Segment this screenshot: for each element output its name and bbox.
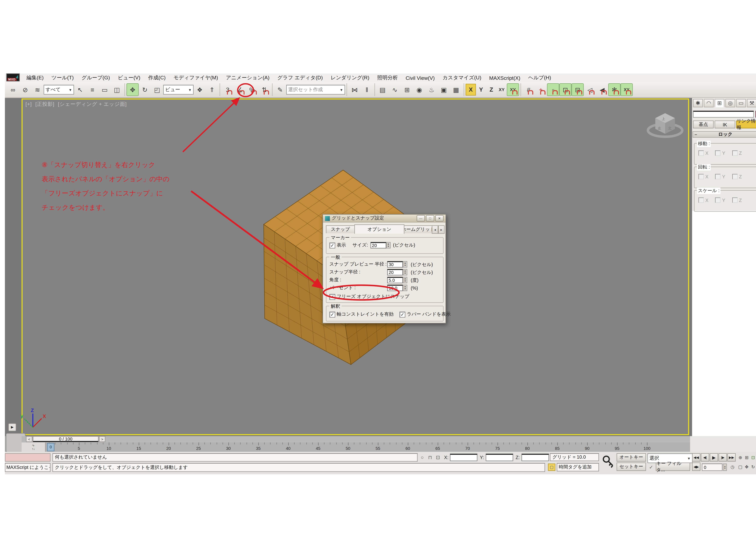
menu-edit[interactable]: 編集(E) — [23, 73, 47, 82]
previous-frame-button[interactable]: ◀| — [701, 453, 709, 461]
snap-toggle-3d-button[interactable]: 3 — [222, 83, 234, 96]
pan-icon[interactable]: ✥ — [744, 464, 750, 470]
reference-coordinate-system-dropdown[interactable]: ビュー▼ — [163, 85, 194, 95]
layer-manager-button[interactable]: ▤ — [377, 83, 389, 96]
tab-options[interactable]: オプション — [355, 225, 404, 234]
next-frame-button[interactable]: |▶ — [718, 453, 727, 461]
maximize-button[interactable]: □ — [426, 215, 434, 222]
x-coord-field[interactable] — [450, 454, 477, 461]
menu-modifiers[interactable]: モディファイヤ(M) — [170, 73, 222, 82]
track-bar[interactable]: ∿ ↑↓ 05101520253035404550556065707580859… — [22, 442, 690, 452]
tab-hierarchy[interactable]: ⊞ — [715, 99, 724, 107]
go-to-end-button[interactable]: ▶▶ — [727, 453, 736, 461]
key-filters-button[interactable]: キー フィルタ... — [656, 462, 690, 471]
select-by-name-button[interactable]: ≡ — [86, 83, 99, 96]
dialog-title-bar[interactable]: グリッドとスナップ設定 — □ ✕ — [323, 215, 445, 223]
select-and-manipulate-button[interactable]: ⇑ — [206, 83, 218, 96]
menu-tools[interactable]: ツール(T) — [47, 73, 78, 82]
snap-radius-spinner[interactable]: 20▲▼ — [387, 269, 407, 275]
tab-create[interactable]: ✱ — [693, 99, 703, 107]
go-to-start-button[interactable]: ◀◀ — [692, 453, 700, 461]
zoom-extents-icon[interactable]: ⊡ — [750, 454, 756, 461]
grid-point-snap-toggle[interactable]: # — [522, 83, 535, 96]
tab-motion[interactable]: ◎ — [725, 99, 735, 107]
lock-selection-toggle[interactable]: ▢ — [548, 464, 555, 471]
snap-to-frozen-objects-checkbox[interactable]: ✓フリーズ オブジェクトにスナップ — [329, 293, 409, 300]
trackbar-frame-handle[interactable]: 0 — [47, 443, 54, 451]
lock-scale-y-checkbox[interactable]: Y — [715, 198, 725, 203]
maxscript-mini-listener[interactable]: MAXScript にようこそ — [5, 463, 50, 472]
zoom-all-icon[interactable]: ⊞ — [744, 454, 750, 461]
select-and-rotate-button[interactable]: ↻ — [139, 83, 151, 96]
restrict-to-z-button[interactable]: Z — [486, 84, 496, 96]
restrict-to-x-button[interactable]: X — [466, 84, 476, 96]
snap-preview-radius-spinner[interactable]: 30▲▼ — [387, 261, 407, 268]
current-frame-field[interactable]: 0 — [702, 464, 722, 471]
vertex-snap-toggle[interactable]: ▫ — [547, 83, 559, 96]
rendered-frame-window-button[interactable]: ▣ — [438, 83, 450, 96]
menu-animation[interactable]: アニメーション(A) — [222, 73, 273, 82]
enable-axis-constraints-checkbox[interactable]: ✓軸コンストレイントを有効 — [329, 311, 393, 317]
frozen-object-snap-toggle[interactable]: ✻ — [608, 83, 620, 96]
schematic-view-button[interactable]: ⊞ — [401, 83, 413, 96]
viewport-shading-label[interactable]: [シェーディング + エッジ面] — [58, 101, 127, 107]
menu-help[interactable]: ヘルプ(H) — [524, 73, 555, 82]
tab-utilities[interactable]: ⚒ — [747, 99, 756, 107]
time-slider-next-button[interactable]: > — [99, 436, 105, 442]
close-button[interactable]: ✕ — [435, 215, 443, 222]
snaps-use-axis-constraints-toggle[interactable]: XY — [507, 83, 519, 96]
marker-display-checkbox[interactable]: ✓表示 — [329, 242, 346, 249]
align-button[interactable]: ‖ — [361, 83, 373, 96]
menu-create[interactable]: 作成(C) — [144, 73, 170, 82]
spinner-snap-toggle[interactable]: ⇅ — [258, 83, 271, 96]
lock-rotate-x-checkbox[interactable]: X — [698, 174, 708, 180]
set-key-button[interactable]: セットキー — [617, 462, 646, 471]
lock-move-x-checkbox[interactable]: X — [698, 150, 708, 156]
time-slider-prev-button[interactable]: < — [26, 436, 32, 442]
menu-group[interactable]: グループ(G) — [78, 73, 114, 82]
angle-snap-toggle[interactable]: ∠ — [234, 83, 246, 96]
percent-snap-toggle[interactable]: % — [246, 83, 258, 96]
render-production-button[interactable]: ▦ — [450, 83, 462, 96]
select-object-button[interactable]: ↖ — [74, 83, 86, 96]
z-coord-field[interactable] — [521, 454, 549, 461]
ik-button[interactable]: IK — [715, 121, 735, 128]
menu-rendering[interactable]: レンダリング(R) — [327, 73, 373, 82]
menu-civil-view[interactable]: Civil View(V) — [402, 74, 438, 82]
tab-snaps[interactable]: スナップ — [326, 226, 355, 233]
key-mode-toggle[interactable]: ◀▶ — [692, 462, 700, 471]
zoom-icon[interactable]: ⊕ — [737, 454, 743, 461]
tab-modify[interactable]: ◠ — [704, 99, 714, 107]
display-rubber-band-checkbox[interactable]: ✓ラバー バンドを表示 — [399, 311, 451, 317]
face-center-snap-toggle[interactable]: ◀ — [596, 83, 608, 96]
grid-and-snap-settings-dialog[interactable]: グリッドとスナップ設定 — □ ✕ スナップ オプション ホームグリッド ◄ ►… — [323, 214, 446, 323]
link-info-button[interactable]: リンク情報 — [736, 121, 756, 128]
tab-scroll-left-button[interactable]: ◄ — [432, 226, 438, 234]
mirror-button[interactable]: ⋈ — [349, 83, 361, 96]
viewport-pov-label[interactable]: [正投影] — [35, 101, 54, 107]
add-time-tag[interactable]: 時間タグを追加 — [557, 463, 599, 471]
pin-stack-icon[interactable]: ○ — [418, 454, 426, 461]
edit-named-selection-sets-button[interactable]: ✎ — [274, 83, 286, 96]
app-logo-icon[interactable]: MXD — [6, 74, 20, 81]
viewport-label[interactable]: [+] [正投影] [シェーディング + エッジ面] — [26, 101, 129, 108]
orbit-icon[interactable]: ↻ — [750, 464, 756, 470]
tab-home-grid[interactable]: ホームグリッド — [404, 226, 432, 233]
y-coord-field[interactable] — [486, 454, 513, 461]
selection-filter-dropdown[interactable]: すべて▼ — [44, 85, 74, 95]
lock-move-z-checkbox[interactable]: Z — [732, 150, 742, 156]
material-editor-button[interactable]: ◉ — [413, 83, 425, 96]
timeline-ruler[interactable]: 0510152025303540455055606570758085909510… — [45, 442, 677, 452]
trackbar-mode-icons[interactable]: ∿ ↑↓ — [22, 442, 46, 452]
object-color-swatch[interactable] — [755, 111, 756, 118]
angle-spinner[interactable]: 5.0▲▼ — [387, 277, 407, 283]
named-selection-sets-dropdown[interactable]: 選択セット作成▼ — [286, 85, 345, 95]
menu-views[interactable]: ビュー(V) — [114, 73, 144, 82]
open-mini-listener-button[interactable]: ▶ — [8, 423, 16, 431]
use-pivot-point-center-button[interactable]: ❖ — [194, 83, 206, 96]
face-snap-toggle[interactable]: ◁ — [584, 83, 596, 96]
frame-spinner[interactable]: ▲▼ — [723, 464, 727, 471]
menu-lighting-analysis[interactable]: 照明分析 — [373, 73, 402, 82]
key-tangent-icon[interactable]: ✓ — [647, 464, 655, 471]
lock-scale-x-checkbox[interactable]: X — [698, 198, 708, 203]
